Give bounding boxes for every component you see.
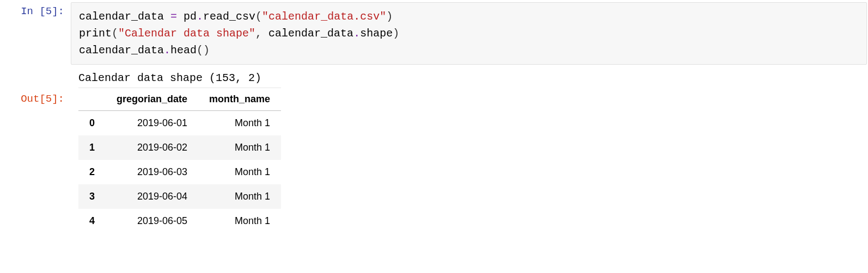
- code-token: .: [353, 27, 360, 40]
- code-token: (: [197, 44, 203, 57]
- table-cell: Month 1: [198, 160, 281, 184]
- code-token: pd: [184, 10, 197, 23]
- dataframe-table: gregorian_date month_name 0 2019-06-01 M…: [78, 88, 281, 233]
- table-row: 0 2019-06-01 Month 1: [78, 111, 281, 136]
- stdout-row: Calendar data shape (153, 2): [0, 68, 868, 88]
- output-area: gregorian_date month_name 0 2019-06-01 M…: [71, 88, 868, 237]
- table-cell: Month 1: [198, 111, 281, 136]
- input-cell: In [5]: calendar_data = pd.read_csv("cal…: [0, 0, 868, 68]
- table-col-header: month_name: [198, 88, 281, 111]
- code-input[interactable]: calendar_data = pd.read_csv("calendar_da…: [71, 2, 867, 65]
- code-token: "Calendar data shape": [118, 27, 255, 40]
- code-token: shape: [360, 27, 393, 40]
- table-cell: Month 1: [198, 135, 281, 160]
- code-token: ): [386, 10, 393, 23]
- stdout-text: Calendar data shape (153, 2): [71, 68, 868, 88]
- table-cell: 2019-06-03: [106, 160, 198, 184]
- code-token: "calendar_data.csv": [262, 10, 386, 23]
- table-row-index: 2: [78, 160, 106, 184]
- table-header-row: gregorian_date month_name: [78, 88, 281, 111]
- table-row: 1 2019-06-02 Month 1: [78, 135, 281, 160]
- table-row: 2 2019-06-03 Month 1: [78, 160, 281, 184]
- output-cell: Out[5]: gregorian_date month_name 0 2019…: [0, 88, 868, 237]
- code-token: head: [170, 44, 197, 57]
- code-token: .: [197, 10, 203, 23]
- table-cell: 2019-06-04: [106, 184, 198, 209]
- code-token: (: [255, 10, 262, 23]
- code-token: read_csv: [203, 10, 255, 23]
- table-cell: 2019-06-05: [106, 209, 198, 233]
- code-token: calendar_data: [268, 27, 353, 40]
- table-row-index: 0: [78, 111, 106, 136]
- code-token: calendar_data: [79, 10, 164, 23]
- code-token: calendar_data: [79, 44, 164, 57]
- empty-prompt: [0, 68, 71, 73]
- table-row: 3 2019-06-04 Month 1: [78, 184, 281, 209]
- table-cell: Month 1: [198, 209, 281, 233]
- code-token: print: [79, 27, 112, 40]
- table-cell: 2019-06-01: [106, 111, 198, 136]
- code-token: ): [393, 27, 399, 40]
- table-row-index: 1: [78, 135, 106, 160]
- table-row: 4 2019-06-05 Month 1: [78, 209, 281, 233]
- code-token: =: [164, 10, 184, 23]
- table-cell: 2019-06-02: [106, 135, 198, 160]
- code-token: ): [203, 44, 210, 57]
- code-token: .: [164, 44, 170, 57]
- table-row-index: 3: [78, 184, 106, 209]
- table-index-header: [78, 88, 106, 111]
- table-col-header: gregorian_date: [106, 88, 198, 111]
- code-token: ,: [255, 27, 268, 40]
- table-row-index: 4: [78, 209, 106, 233]
- code-token: (: [112, 27, 118, 40]
- output-prompt: Out[5]:: [0, 88, 71, 105]
- table-cell: Month 1: [198, 184, 281, 209]
- input-prompt: In [5]:: [0, 0, 71, 17]
